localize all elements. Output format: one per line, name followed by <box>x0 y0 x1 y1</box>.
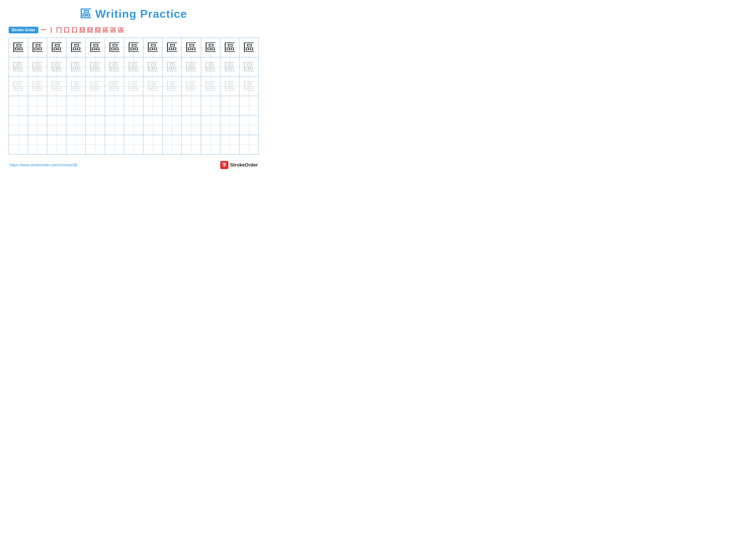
grid-cell-0-6[interactable]: 區 <box>124 38 143 57</box>
cell-char: 區 <box>147 81 158 92</box>
grid-cell-2-1[interactable]: 區 <box>28 77 47 96</box>
grid-cell-1-11[interactable]: 區 <box>220 57 239 76</box>
grid-cell-1-2[interactable]: 區 <box>47 57 67 76</box>
title-text: Writing Practice <box>95 8 187 20</box>
stroke-step-10: 區 <box>110 27 116 33</box>
grid-cell-3-7[interactable] <box>143 96 162 115</box>
cell-char: 區 <box>51 62 62 73</box>
grid-cell-4-6[interactable] <box>124 116 143 135</box>
grid-cell-3-3[interactable] <box>67 96 86 115</box>
grid-cell-3-0[interactable] <box>9 96 28 115</box>
cell-char: 區 <box>13 42 24 53</box>
grid-cell-5-10[interactable] <box>201 135 220 154</box>
grid-cell-3-8[interactable] <box>162 96 182 115</box>
grid-cell-4-1[interactable] <box>28 116 47 135</box>
grid-cell-2-7[interactable]: 區 <box>143 77 162 96</box>
grid-cell-3-12[interactable] <box>239 96 258 115</box>
stroke-step-11: 區 <box>118 27 124 33</box>
grid-cell-1-1[interactable]: 區 <box>28 57 47 76</box>
grid-cell-2-4[interactable]: 區 <box>86 77 105 96</box>
grid-cell-1-10[interactable]: 區 <box>201 57 220 76</box>
grid-cell-5-1[interactable] <box>28 135 47 154</box>
grid-cell-0-2[interactable]: 區 <box>47 38 67 57</box>
grid-cell-0-4[interactable]: 區 <box>86 38 105 57</box>
cell-char: 區 <box>51 42 62 53</box>
grid-cell-5-9[interactable] <box>182 135 201 154</box>
grid-cell-4-3[interactable] <box>67 116 86 135</box>
grid-cell-3-5[interactable] <box>105 96 124 115</box>
grid-cell-4-8[interactable] <box>162 116 182 135</box>
grid-cell-0-1[interactable]: 區 <box>28 38 47 57</box>
cell-char: 區 <box>32 42 43 53</box>
grid-cell-1-7[interactable]: 區 <box>143 57 162 76</box>
grid-cell-1-6[interactable]: 區 <box>124 57 143 76</box>
grid-cell-0-10[interactable]: 區 <box>201 38 220 57</box>
grid-cell-3-1[interactable] <box>28 96 47 115</box>
grid-cell-1-5[interactable]: 區 <box>105 57 124 76</box>
grid-cell-4-10[interactable] <box>201 116 220 135</box>
grid-cell-5-12[interactable] <box>239 135 258 154</box>
practice-grid: 區區區區區區區區區區區區區區區區區區區區區區區區區區區區區區區區區區區區區區區 <box>9 38 258 154</box>
grid-cell-3-4[interactable] <box>86 96 105 115</box>
grid-cell-4-11[interactable] <box>220 116 239 135</box>
grid-cell-4-0[interactable] <box>9 116 28 135</box>
grid-cell-2-0[interactable]: 區 <box>9 77 28 96</box>
grid-cell-5-5[interactable] <box>105 135 124 154</box>
grid-cell-2-5[interactable]: 區 <box>105 77 124 96</box>
grid-cell-2-6[interactable]: 區 <box>124 77 143 96</box>
grid-cell-1-4[interactable]: 區 <box>86 57 105 76</box>
cell-char: 區 <box>166 42 177 53</box>
grid-cell-2-3[interactable]: 區 <box>67 77 86 96</box>
grid-cell-1-3[interactable]: 區 <box>67 57 86 76</box>
grid-cell-1-9[interactable]: 區 <box>182 57 201 76</box>
grid-cell-0-0[interactable]: 區 <box>9 38 28 57</box>
grid-cell-3-9[interactable] <box>182 96 201 115</box>
grid-cell-3-2[interactable] <box>47 96 67 115</box>
grid-cell-0-9[interactable]: 區 <box>182 38 201 57</box>
cell-char: 區 <box>32 62 43 73</box>
grid-cell-1-0[interactable]: 區 <box>9 57 28 76</box>
grid-cell-2-10[interactable]: 區 <box>201 77 220 96</box>
stroke-step-6: 囧 <box>79 27 85 33</box>
grid-cell-2-9[interactable]: 區 <box>182 77 201 96</box>
grid-cell-2-11[interactable]: 區 <box>220 77 239 96</box>
stroke-order-row: Stroke Order 一丨冂囗囗囧囧囧區區區 <box>9 27 258 33</box>
grid-cell-2-12[interactable]: 區 <box>239 77 258 96</box>
grid-cell-5-2[interactable] <box>47 135 67 154</box>
grid-cell-0-11[interactable]: 區 <box>220 38 239 57</box>
brand-icon: 字 <box>220 161 229 169</box>
grid-cell-0-8[interactable]: 區 <box>162 38 182 57</box>
grid-cell-3-10[interactable] <box>201 96 220 115</box>
grid-cell-5-11[interactable] <box>220 135 239 154</box>
grid-cell-4-12[interactable] <box>239 116 258 135</box>
cell-char: 區 <box>128 42 139 53</box>
grid-cell-3-6[interactable] <box>124 96 143 115</box>
grid-cell-5-8[interactable] <box>162 135 182 154</box>
grid-cell-5-4[interactable] <box>86 135 105 154</box>
grid-cell-4-9[interactable] <box>182 116 201 135</box>
grid-row-5 <box>9 135 258 154</box>
grid-cell-4-4[interactable] <box>86 116 105 135</box>
grid-cell-1-12[interactable]: 區 <box>239 57 258 76</box>
grid-cell-0-7[interactable]: 區 <box>143 38 162 57</box>
footer-link[interactable]: https://www.strokeorder.com/chinese/區 <box>10 163 78 167</box>
grid-cell-0-3[interactable]: 區 <box>67 38 86 57</box>
grid-cell-4-2[interactable] <box>47 116 67 135</box>
cell-char: 區 <box>205 42 216 53</box>
grid-cell-4-7[interactable] <box>143 116 162 135</box>
title-char: 區 <box>80 8 92 20</box>
grid-cell-4-5[interactable] <box>105 116 124 135</box>
grid-cell-2-8[interactable]: 區 <box>162 77 182 96</box>
grid-cell-5-0[interactable] <box>9 135 28 154</box>
grid-cell-5-3[interactable] <box>67 135 86 154</box>
grid-row-1: 區區區區區區區區區區區區區 <box>9 57 258 77</box>
cell-char: 區 <box>243 62 255 73</box>
grid-cell-1-8[interactable]: 區 <box>162 57 182 76</box>
grid-cell-0-5[interactable]: 區 <box>105 38 124 57</box>
grid-cell-5-6[interactable] <box>124 135 143 154</box>
grid-cell-2-2[interactable]: 區 <box>47 77 67 96</box>
grid-cell-0-12[interactable]: 區 <box>239 38 258 57</box>
grid-cell-5-7[interactable] <box>143 135 162 154</box>
stroke-step-2: 丨 <box>48 27 54 33</box>
grid-cell-3-11[interactable] <box>220 96 239 115</box>
